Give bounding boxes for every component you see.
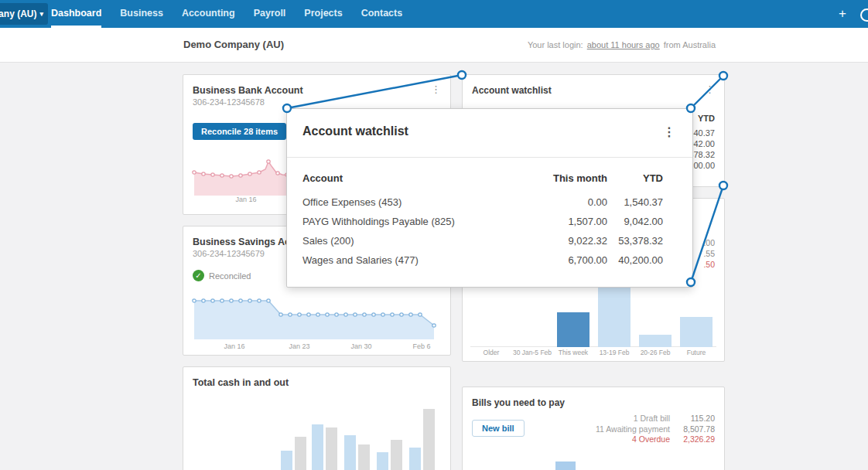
top-nav: Demo Company (AU) ▾ DashboardBusinessAcc… [0, 0, 868, 28]
account-watchlist-popup: Account watchlist ⋮ Account This month Y… [286, 108, 693, 288]
card-title: Bills you need to pay [472, 397, 715, 408]
divider [287, 157, 692, 158]
caret-down-icon: ▾ [39, 10, 43, 18]
bar [295, 437, 306, 470]
bill-summary-row[interactable]: 1 Draft bill115.20 [596, 414, 715, 424]
nav-item-dashboard[interactable]: Dashboard [51, 0, 101, 28]
last-login-prefix: Your last login: [528, 40, 583, 49]
nav-item-contacts[interactable]: Contacts [361, 0, 402, 28]
bar [409, 448, 421, 470]
column-header-account: Account [302, 169, 522, 188]
total-cash-card: Total cash in and out [183, 366, 451, 470]
invoice-summary-value: .50 [703, 259, 715, 270]
bill-summary-row[interactable]: 11 Awaiting payment8,507.78 [596, 424, 715, 435]
watchlist-popup-header: Account This month YTD [302, 169, 663, 188]
bar [423, 409, 435, 470]
last-login-link[interactable]: about 11 hours ago [587, 40, 660, 49]
bar [557, 312, 589, 347]
savings-sparkline-chart [191, 291, 443, 339]
reconcile-button[interactable]: Reconcile 28 items [193, 123, 286, 140]
bar [598, 284, 630, 347]
bar [281, 451, 292, 470]
nav-items: DashboardBusinessAccountingPayrollProjec… [51, 0, 402, 28]
search-icon[interactable] [860, 9, 868, 22]
x-axis-label: 13-19 Feb [591, 349, 637, 356]
overflow-menu-icon[interactable]: ⋮ [431, 84, 441, 94]
invoices-rows: .00.55.50 [703, 237, 715, 270]
last-login-suffix: from Australia [664, 40, 716, 49]
column-header-ytd: YTD [607, 169, 663, 188]
x-axis-label: Feb 6 [402, 342, 441, 350]
x-axis-label: 30 Jan-5 Feb [509, 349, 555, 356]
xero-dashboard: Demo Company (AU) ▾ DashboardBusinessAcc… [0, 0, 868, 470]
nav-item-accounting[interactable]: Accounting [182, 0, 235, 28]
add-icon[interactable]: + [839, 0, 846, 28]
last-login: Your last login: about 11 hours ago from… [528, 28, 716, 62]
card-title: Total cash in and out [193, 377, 441, 388]
overflow-menu-icon[interactable]: ⋮ [705, 84, 715, 94]
page-header: Demo Company (AU) Your last login: about… [0, 28, 868, 63]
bills-chart-bar [555, 461, 576, 470]
bill-summary-row[interactable]: 4 Overdue2,326.29 [596, 434, 715, 445]
reconciled-label: Reconciled [209, 271, 251, 281]
invoice-summary-value: .55 [703, 248, 715, 259]
x-axis-label: Older [468, 349, 514, 356]
nav-item-payroll[interactable]: Payroll [254, 0, 286, 28]
x-axis-label: Jan 16 [227, 196, 265, 203]
nav-item-projects[interactable]: Projects [304, 0, 342, 28]
bar [639, 335, 672, 347]
watchlist-popup-table: Account This month YTD Office Expenses (… [302, 169, 663, 270]
new-bill-button[interactable]: New bill [472, 420, 525, 437]
bills-rows: 1 Draft bill115.2011 Awaiting payment8,5… [596, 414, 715, 445]
x-axis-label: Future [673, 349, 719, 356]
org-switcher[interactable]: Demo Company (AU) ▾ [0, 3, 48, 25]
x-axis-label: This week [550, 349, 596, 356]
overflow-menu-icon[interactable]: ⋮ [663, 124, 675, 139]
reconciled-status: ✓ Reconciled [193, 270, 251, 281]
bar [312, 424, 323, 470]
bar [391, 440, 402, 470]
bar [358, 444, 370, 470]
bar [344, 435, 356, 470]
watchlist-row[interactable]: Sales (200)9,022.3253,378.32 [302, 231, 663, 250]
org-switcher-label: Demo Company (AU) [0, 9, 36, 19]
card-title: Business Bank Account [193, 85, 441, 96]
x-axis-label: Jan 16 [215, 342, 254, 350]
bar [680, 317, 713, 347]
x-axis-label: Jan 23 [280, 342, 319, 350]
account-number: 306-234-12345678 [193, 97, 441, 107]
invoice-summary-value: .00 [703, 237, 715, 248]
popup-title: Account watchlist [302, 124, 408, 138]
bills-card: Bills you need to pay New bill 1 Draft b… [462, 387, 725, 470]
check-icon: ✓ [193, 270, 204, 281]
x-axis-label: Jan 30 [342, 342, 381, 350]
x-axis-label: 20-26 Feb [632, 349, 678, 356]
watchlist-row[interactable]: Wages and Salaries (477)6,700.0040,200.0… [302, 250, 663, 270]
watchlist-row[interactable]: Office Expenses (453)0.001,540.37 [302, 192, 663, 212]
nav-item-business[interactable]: Business [120, 0, 163, 28]
watchlist-popup-rows: Office Expenses (453)0.001,540.37PAYG Wi… [302, 192, 663, 270]
watchlist-row[interactable]: PAYG Withholdings Payable (825)1,507.009… [302, 212, 663, 231]
page-title: Demo Company (AU) [183, 28, 284, 62]
bar [326, 427, 337, 470]
bar [377, 452, 388, 470]
column-header-this-month: This month [522, 169, 607, 188]
card-title: Account watchlist [472, 85, 715, 96]
